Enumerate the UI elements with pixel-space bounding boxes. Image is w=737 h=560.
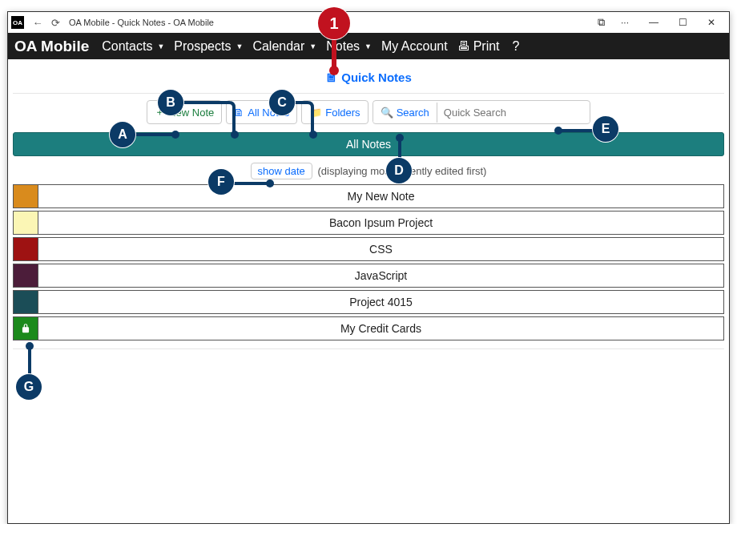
menu-help[interactable]: ? xyxy=(508,39,525,54)
callout-c: C xyxy=(269,90,295,115)
note-color-swatch[interactable] xyxy=(13,211,38,235)
search-icon: 🔍 xyxy=(381,107,393,119)
callout-1-dot xyxy=(329,66,339,75)
app-icon: OA xyxy=(11,16,24,29)
brand[interactable]: OA Mobile xyxy=(14,38,89,55)
chevron-down-icon: ▼ xyxy=(364,42,372,50)
print-icon: 🖶 xyxy=(457,39,470,54)
quick-search-input[interactable] xyxy=(437,103,590,123)
note-color-swatch[interactable] xyxy=(13,264,38,288)
note-row: My New Note xyxy=(13,184,724,208)
notes-list: My New NoteBacon Ipsum ProjectCSSJavaScr… xyxy=(8,184,729,340)
note-title[interactable]: CSS xyxy=(38,237,724,261)
note-color-swatch[interactable] xyxy=(13,290,38,314)
maximize-button[interactable]: ☐ xyxy=(668,17,697,28)
note-title[interactable]: Bacon Ipsum Project xyxy=(38,211,724,235)
refresh-button[interactable]: ⟳ xyxy=(46,17,64,29)
back-button[interactable]: ← xyxy=(29,17,46,29)
display-row: show date (displaying most recently edit… xyxy=(8,156,729,184)
note-title[interactable]: JavaScript xyxy=(38,264,724,288)
chevron-down-icon: ▼ xyxy=(157,42,164,50)
note-row: Project 4015 xyxy=(13,290,724,314)
browser-window: OA ← ⟳ OA Mobile - Quick Notes - OA Mobi… xyxy=(7,11,730,524)
note-row: My Credit Cards xyxy=(13,316,724,340)
note-title[interactable]: My New Note xyxy=(38,184,724,208)
minimize-button[interactable]: — xyxy=(639,17,668,28)
callout-b: B xyxy=(158,90,183,115)
menu-print[interactable]: 🖶Print xyxy=(453,39,505,54)
note-row: JavaScript xyxy=(13,264,724,288)
menu-calendar[interactable]: Calendar▼ xyxy=(248,39,321,54)
chevron-down-icon: ▼ xyxy=(236,42,243,50)
menu-my-account[interactable]: My Account xyxy=(377,39,453,54)
close-button[interactable]: ✕ xyxy=(697,17,726,28)
note-color-swatch[interactable] xyxy=(13,184,38,208)
show-date-button[interactable]: show date xyxy=(251,163,312,179)
callout-a: A xyxy=(110,122,135,147)
callout-g: G xyxy=(16,374,42,400)
search-group: 🔍Search xyxy=(373,100,590,124)
callout-d: D xyxy=(386,158,412,183)
note-row: Bacon Ipsum Project xyxy=(13,211,724,235)
menu-notes[interactable]: Notes▼ xyxy=(321,39,377,54)
more-button[interactable]: ··· xyxy=(610,17,639,28)
reader-icon[interactable]: ⧉ xyxy=(591,16,610,29)
titlebar: OA ← ⟳ OA Mobile - Quick Notes - OA Mobi… xyxy=(8,12,729,33)
lock-icon xyxy=(20,323,31,334)
note-row: CSS xyxy=(13,237,724,261)
menu-contacts[interactable]: Contacts▼ xyxy=(97,39,169,54)
callout-f: F xyxy=(208,169,234,195)
chevron-down-icon: ▼ xyxy=(309,42,316,50)
menubar: OA Mobile Contacts▼ Prospects▼ Calendar▼… xyxy=(8,33,729,59)
window-title: OA Mobile - Quick Notes - OA Mobile xyxy=(69,18,214,27)
menu-prospects[interactable]: Prospects▼ xyxy=(169,39,248,54)
note-color-swatch[interactable] xyxy=(13,316,38,340)
callout-e: E xyxy=(593,116,618,142)
note-color-swatch[interactable] xyxy=(13,237,38,261)
note-title[interactable]: Project 4015 xyxy=(38,290,724,314)
note-title[interactable]: My Credit Cards xyxy=(38,316,724,340)
search-button[interactable]: 🔍Search xyxy=(373,103,437,123)
callout-1: 1 xyxy=(318,7,350,39)
